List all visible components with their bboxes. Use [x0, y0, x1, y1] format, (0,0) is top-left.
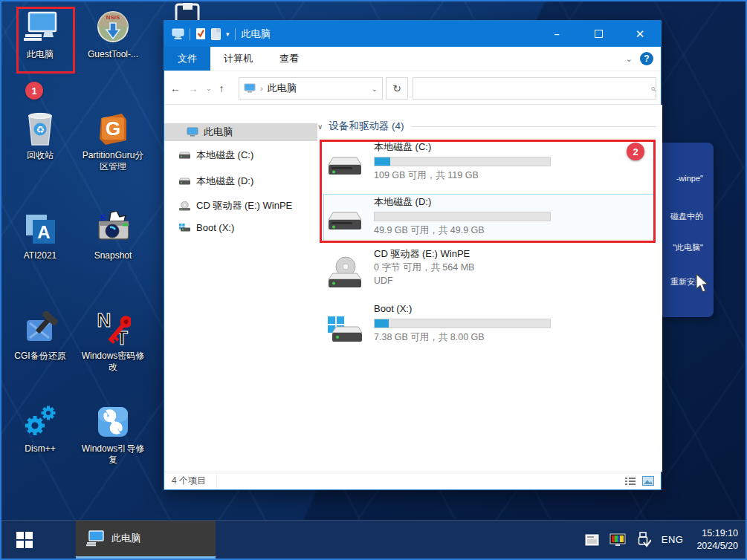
ati2021-icon: A	[22, 210, 59, 247]
nav-item-label: 此电脑	[204, 126, 233, 139]
this-pc-icon	[187, 127, 198, 137]
recent-locations-icon[interactable]: ⌄	[206, 85, 212, 92]
drive-name: Boot (X:)	[374, 302, 560, 316]
desktop-icon-this-pc[interactable]: 此电脑	[6, 9, 74, 60]
resolution-settings-icon[interactable]	[585, 534, 599, 546]
nav-item-drive-x[interactable]: Boot (X:)	[164, 218, 324, 236]
title-bar[interactable]: ▾ 此电脑 – ✕	[164, 21, 661, 47]
navigation-pane: 此电脑 本地磁盘 (C:) 本地磁盘 (D:)	[164, 105, 324, 472]
up-button[interactable]: ↑	[219, 82, 224, 94]
nav-item-this-pc[interactable]: 此电脑	[164, 123, 324, 141]
content-pane: ∨ 设备和驱动器 (4) 本地磁盘 (C:) 109 GB 可用，共 119 G…	[317, 105, 662, 472]
boot-drive-icon	[178, 223, 191, 232]
breadcrumb-separator: ›	[260, 84, 263, 93]
hdd-icon	[326, 146, 363, 183]
ribbon-tabs: 文件 计算机 查看 ⌄ ?	[164, 47, 661, 71]
nav-item-label: 本地磁盘 (D:)	[196, 175, 253, 188]
tip-text-fragment: "此电脑"	[673, 242, 703, 253]
start-button[interactable]	[1, 521, 48, 559]
snapshot-icon: S	[94, 210, 132, 247]
large-icons-view-button[interactable]	[641, 475, 655, 487]
details-view-button[interactable]	[624, 475, 637, 487]
desktop-icon-windows-password[interactable]: N T Windows密码修改	[79, 310, 147, 373]
this-pc-icon	[244, 83, 256, 94]
clock-time: 15:19:10	[696, 527, 738, 540]
drive-name: 本地磁盘 (C:)	[374, 140, 560, 154]
new-folder-icon[interactable]	[211, 28, 221, 40]
desktop-icon-cgi-backup[interactable]: CGI备份还原	[6, 310, 74, 362]
expand-ribbon-icon[interactable]: ⌄	[626, 54, 633, 64]
desktop-icon-boot-repair[interactable]: Windows引导修复	[79, 403, 147, 466]
taskbar-app-this-pc[interactable]: 此电脑	[76, 521, 216, 559]
desktop-icon-dism[interactable]: Dism++	[6, 403, 74, 455]
this-pc-icon	[22, 9, 59, 46]
capacity-bar	[374, 157, 551, 166]
taskbar-clock[interactable]: 15:19:10 2024/5/20	[693, 527, 738, 553]
properties-icon[interactable]	[195, 27, 206, 40]
usb-eject-icon[interactable]	[636, 532, 651, 548]
tip-text-fragment: -winpe"	[676, 174, 703, 183]
nav-item-label: Boot (X:)	[196, 222, 234, 233]
desktop-icon-ati2021[interactable]: A ATI2021	[6, 210, 74, 261]
capacity-bar	[374, 212, 551, 221]
help-icon[interactable]: ?	[640, 52, 653, 65]
desktop-icon-label: Windows引导修复	[79, 443, 147, 466]
search-box[interactable]: ⌕	[413, 77, 656, 100]
search-icon: ⌕	[644, 82, 656, 94]
hdd-icon	[326, 201, 363, 238]
refresh-button[interactable]: ↻	[386, 77, 408, 100]
drive-item-x[interactable]: Boot (X:) 7.38 GB 可用，共 8.00 GB	[326, 302, 653, 353]
desktop-icon-recycle-bin[interactable]: ♻ 回收站	[6, 110, 74, 161]
display-color-icon[interactable]	[609, 533, 626, 547]
maximize-button[interactable]	[578, 21, 619, 47]
desktop-icon-label: GuestTool-...	[79, 49, 147, 60]
nav-item-drive-d[interactable]: 本地磁盘 (D:)	[164, 172, 324, 190]
drive-info: 109 GB 可用，共 119 GB	[374, 169, 560, 182]
svg-text:A: A	[37, 222, 50, 242]
desktop-icon-label: 此电脑	[6, 49, 74, 60]
forward-button[interactable]: →	[188, 82, 198, 94]
drive-info: 49.9 GB 可用，共 49.9 GB	[374, 224, 560, 237]
windows-password-icon: N T	[94, 310, 132, 348]
nav-item-drive-e[interactable]: CD 驱动器 (E:) WinPE	[164, 197, 324, 215]
nav-item-drive-c[interactable]: 本地磁盘 (C:)	[164, 146, 324, 164]
boot-repair-icon	[94, 403, 132, 440]
svg-text:♻: ♻	[36, 124, 45, 135]
nav-item-label: CD 驱动器 (E:) WinPE	[196, 199, 292, 212]
group-header[interactable]: ∨ 设备和驱动器 (4)	[317, 120, 656, 133]
breadcrumb-location[interactable]: 此电脑	[268, 82, 297, 95]
hdd-icon	[178, 178, 191, 186]
drive-name: 本地磁盘 (D:)	[374, 195, 560, 209]
tab-view[interactable]: 查看	[266, 47, 312, 71]
drive-item-d[interactable]: 本地磁盘 (D:) 49.9 GB 可用，共 49.9 GB	[326, 195, 653, 246]
back-button[interactable]: ←	[170, 82, 181, 94]
desktop-screen: 此电脑 NSIS GuestTool-... ♻ 回收站	[0, 0, 747, 560]
desktop-icon-guesttool[interactable]: NSIS GuestTool-...	[79, 9, 147, 60]
address-dropdown-icon[interactable]: ⌄	[372, 85, 378, 93]
windows-logo-icon	[16, 532, 33, 548]
minimize-button[interactable]: –	[536, 21, 578, 47]
search-input[interactable]	[413, 78, 644, 99]
svg-text:G: G	[106, 117, 120, 140]
close-button[interactable]: ✕	[619, 21, 661, 47]
boot-drive-icon	[326, 308, 363, 345]
tab-file[interactable]: 文件	[164, 47, 210, 71]
group-header-label: 设备和驱动器 (4)	[329, 120, 404, 133]
collapse-group-icon[interactable]: ∨	[317, 123, 323, 131]
desktop-icon-snapshot[interactable]: S Snapshot	[79, 210, 147, 261]
recycle-bin-icon: ♻	[22, 110, 59, 147]
annotation-step-1: 1	[25, 82, 43, 100]
tab-computer[interactable]: 计算机	[210, 47, 266, 71]
drive-item-e[interactable]: CD 驱动器 (E:) WinPE 0 字节 可用，共 564 MB UDF	[326, 247, 653, 301]
clock-date: 2024/5/20	[696, 540, 738, 553]
customize-toolbar-icon[interactable]: ▾	[226, 30, 230, 38]
language-indicator[interactable]: ENG	[662, 534, 684, 545]
this-pc-icon	[86, 530, 104, 547]
desktop-icon-partitionguru[interactable]: G PartitionGuru分区管理	[79, 110, 147, 172]
desktop-icon-label: PartitionGuru分区管理	[79, 150, 147, 172]
status-bar: 4 个项目	[164, 472, 661, 489]
hidden-desktop-icon	[175, 3, 200, 20]
drive-filesystem: UDF	[374, 275, 560, 287]
drive-item-c[interactable]: 本地磁盘 (C:) 109 GB 可用，共 119 GB	[326, 140, 653, 191]
address-bar[interactable]: › 此电脑 ⌄	[239, 77, 383, 100]
